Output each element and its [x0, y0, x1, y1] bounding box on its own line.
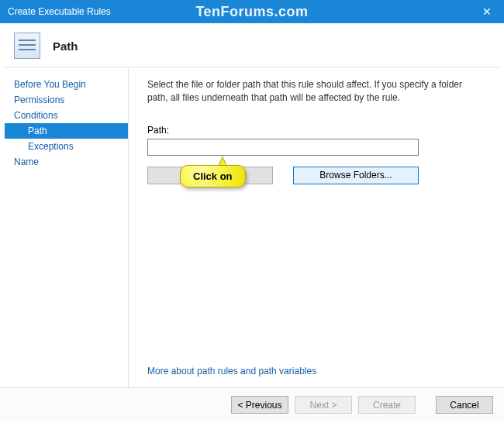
- browse-folders-button[interactable]: Browse Folders...: [293, 167, 419, 184]
- sidebar-item-permissions[interactable]: Permissions: [5, 92, 128, 108]
- title-bar: Create Executable Rules TenForums.com ✕: [0, 0, 504, 23]
- window-title: Create Executable Rules: [8, 6, 111, 17]
- sidebar-item-before-you-begin[interactable]: Before You Begin: [5, 77, 128, 92]
- description-text: Select the file or folder path that this…: [147, 78, 485, 105]
- help-link[interactable]: More about path rules and path variables: [147, 366, 485, 377]
- page-icon: [14, 33, 40, 59]
- browse-files-button[interactable]: Browse Files...: [147, 167, 273, 184]
- content-pane: Select the file or folder path that this…: [128, 67, 504, 387]
- wizard-header: Path: [0, 23, 504, 67]
- cancel-button[interactable]: Cancel: [436, 396, 493, 414]
- next-button: Next >: [295, 396, 352, 414]
- page-title: Path: [53, 40, 78, 53]
- wizard-footer: < Previous Next > Create Cancel: [0, 387, 504, 421]
- path-label: Path:: [147, 125, 485, 136]
- wizard-sidebar: Before You Begin Permissions Conditions …: [0, 67, 128, 387]
- sidebar-item-path[interactable]: Path: [5, 123, 128, 139]
- create-button: Create: [358, 396, 416, 414]
- previous-button[interactable]: < Previous: [231, 396, 288, 414]
- watermark: TenForums.com: [195, 4, 308, 20]
- sidebar-item-name[interactable]: Name: [5, 154, 128, 170]
- sidebar-item-exceptions[interactable]: Exceptions: [5, 139, 128, 154]
- path-input[interactable]: [147, 139, 419, 156]
- sidebar-item-conditions[interactable]: Conditions: [5, 108, 128, 123]
- close-icon[interactable]: ✕: [469, 0, 504, 23]
